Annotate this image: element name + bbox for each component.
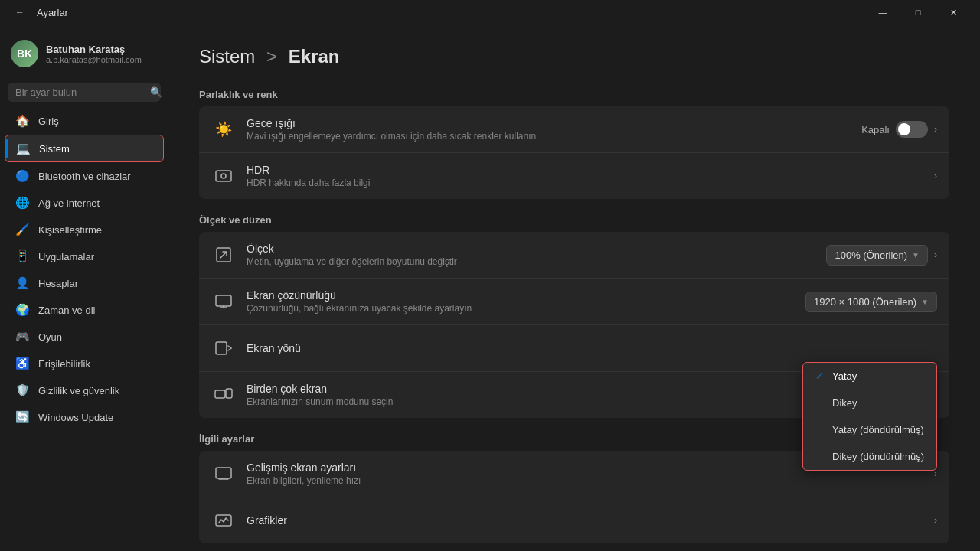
yon-text: Ekran yönü: [247, 342, 937, 354]
toggle-thumb: [898, 123, 910, 135]
gece-isigi-label: Gece ışığı: [247, 117, 861, 129]
breadcrumb-current: Ekran: [289, 46, 340, 67]
search-box[interactable]: 🔍: [8, 83, 161, 102]
gece-isigi-icon: ☀️: [211, 117, 236, 142]
hdr-label: HDR: [247, 164, 934, 176]
breadcrumb-sep: >: [266, 46, 283, 67]
accessibility-icon: ♿: [15, 357, 29, 370]
grafikler-row[interactable]: Grafikler ›: [199, 497, 949, 543]
sidebar-item-label: Sistem: [39, 143, 70, 155]
hdr-text: HDR HDR hakkında daha fazla bilgi: [247, 164, 934, 188]
maximize-button[interactable]: □: [900, 0, 936, 24]
svg-rect-3: [216, 295, 231, 306]
hdr-row[interactable]: HDR HDR hakkında daha fazla bilgi ›: [199, 152, 949, 199]
main-content: Sistem > Ekran Parlaklık ve renk ☀️ Gece…: [168, 24, 980, 551]
user-name: Batuhan Karataş: [46, 44, 158, 55]
sidebar-item-uygulamalar[interactable]: 📱 Uygulamalar: [5, 243, 164, 269]
sidebar-item-hesaplar[interactable]: 👤 Hesaplar: [5, 270, 164, 296]
grafikler-label: Grafikler: [247, 514, 934, 527]
gece-isigi-desc: Mavi ışığı engellemeye yardımcı olması i…: [247, 131, 861, 142]
apps-icon: 📱: [15, 249, 29, 263]
gelismis-icon: [211, 461, 236, 486]
sidebar: BK Batuhan Karataş a.b.karatas@hotmail.c…: [0, 24, 168, 551]
search-icon: 🔍: [150, 86, 162, 98]
check-icon: ✓: [815, 371, 826, 382]
option-label: Dikey: [832, 397, 858, 409]
option-label: Yatay: [832, 370, 857, 382]
cozunurluk-select[interactable]: 1920 × 1080 (Önerilen) ▼: [805, 292, 937, 312]
bluetooth-icon: 🔵: [15, 169, 29, 183]
hdr-right: ›: [934, 171, 937, 181]
user-info: Batuhan Karataş a.b.karatas@hotmail.com: [46, 44, 158, 64]
orientation-option-dikey[interactable]: Dikey: [803, 390, 936, 416]
close-button[interactable]: ✕: [936, 0, 971, 24]
sidebar-item-oyun[interactable]: 🎮 Oyun: [5, 324, 164, 350]
olcek-value: 100% (Önerilen): [835, 249, 907, 261]
sidebar-item-label: Oyun: [38, 331, 62, 343]
sidebar-item-update[interactable]: 🔄 Windows Update: [5, 404, 164, 430]
gece-isigi-row[interactable]: ☀️ Gece ışığı Mavi ışığı engellemeye yar…: [199, 106, 949, 152]
grafikler-icon: [211, 508, 236, 533]
olcek-row[interactable]: Ölçek Metin, uygulama ve diğer öğelerin …: [199, 232, 949, 278]
gelismis-desc: Ekran bilgileri, yenileme hızı: [247, 475, 934, 486]
sidebar-item-sistem[interactable]: 💻 Sistem: [5, 135, 164, 162]
svg-rect-8: [216, 515, 231, 526]
sidebar-item-label: Giriş: [38, 116, 59, 127]
sidebar-item-label: Zaman ve dil: [38, 305, 95, 316]
yon-label: Ekran yönü: [247, 342, 937, 354]
orientation-option-yatay-dondu[interactable]: Yatay (döndürülmüş): [803, 416, 936, 443]
back-button[interactable]: ←: [9, 2, 31, 23]
svg-rect-7: [216, 468, 231, 478]
olcek-select[interactable]: 100% (Önerilen) ▼: [826, 245, 928, 266]
sidebar-item-ag[interactable]: 🌐 Ağ ve internet: [5, 190, 164, 216]
gaming-icon: 🎮: [15, 330, 29, 344]
time-icon: 🌍: [15, 303, 29, 317]
olcek-text: Ölçek Metin, uygulama ve diğer öğelerin …: [247, 243, 826, 267]
gece-isigi-toggle[interactable]: [896, 121, 928, 138]
sidebar-item-bluetooth[interactable]: 🔵 Bluetooth ve cihazlar: [5, 163, 164, 189]
olcek-chevron-icon: ▼: [912, 251, 920, 259]
minimize-button[interactable]: —: [865, 0, 900, 24]
user-email: a.b.karatas@hotmail.com: [46, 55, 158, 64]
cozunurluk-value: 1920 × 1080 (Önerilen): [814, 296, 916, 308]
sidebar-item-zaman[interactable]: 🌍 Zaman ve dil: [5, 297, 164, 323]
cozunurluk-right[interactable]: 1920 × 1080 (Önerilen) ▼: [805, 292, 937, 312]
sidebar-item-kisisel[interactable]: 🖌️ Kişiselleştirme: [5, 217, 164, 243]
sidebar-item-erisim[interactable]: ♿ Erişilebilirlik: [5, 350, 164, 377]
accounts-icon: 👤: [15, 276, 29, 290]
option-label: Yatay (döndürülmüş): [832, 424, 924, 435]
cozunurluk-chevron-icon: ▼: [921, 298, 929, 306]
app-title: Ayarlar: [37, 7, 68, 18]
svg-rect-5: [215, 390, 225, 398]
privacy-icon: 🛡️: [15, 383, 29, 397]
yon-icon: [211, 336, 236, 360]
olcek-right[interactable]: 100% (Önerilen) ▼ ›: [826, 245, 937, 266]
user-section[interactable]: BK Batuhan Karataş a.b.karatas@hotmail.c…: [0, 31, 168, 77]
sidebar-item-label: Bluetooth ve cihazlar: [38, 171, 131, 182]
orientation-option-yatay[interactable]: ✓ Yatay: [803, 363, 936, 390]
svg-rect-6: [226, 389, 232, 398]
cozunurluk-label: Ekran çözünürlüğü: [247, 289, 805, 302]
sidebar-item-label: Uygulamalar: [38, 251, 94, 262]
sidebar-item-label: Windows Update: [38, 412, 113, 423]
app-body: BK Batuhan Karataş a.b.karatas@hotmail.c…: [0, 24, 980, 551]
network-icon: 🌐: [15, 196, 29, 210]
yon-row[interactable]: Ekran yönü ✓ Yatay Dikey Y: [199, 324, 949, 371]
sidebar-item-label: Hesaplar: [38, 278, 78, 289]
update-icon: 🔄: [15, 410, 29, 424]
sidebar-item-giris[interactable]: 🏠 Giriş: [5, 108, 164, 134]
sistem-icon: 💻: [16, 142, 30, 155]
cozunurluk-text: Ekran çözünürlüğü Çözünürlüğü, bağlı ekr…: [247, 289, 805, 314]
olcek-icon: [211, 243, 236, 267]
grafikler-right: ›: [934, 515, 937, 526]
section-scale-title: Ölçek ve düzen: [199, 214, 949, 226]
scale-card: Ölçek Metin, uygulama ve diğer öğelerin …: [199, 232, 949, 418]
gece-isigi-text: Gece ışığı Mavi ışığı engellemeye yardım…: [247, 117, 861, 142]
cozunurluk-row[interactable]: Ekran çözünürlüğü Çözünürlüğü, bağlı ekr…: [199, 278, 949, 324]
search-input[interactable]: [15, 86, 144, 98]
sidebar-item-gizlilik[interactable]: 🛡️ Gizlilik ve güvenlik: [5, 377, 164, 403]
gece-isigi-status: Kapalı: [861, 124, 890, 135]
orientation-option-dikey-dondu[interactable]: Dikey (döndürülmüş): [803, 443, 936, 470]
option-label: Dikey (döndürülmüş): [832, 451, 924, 462]
svg-rect-4: [216, 342, 227, 354]
